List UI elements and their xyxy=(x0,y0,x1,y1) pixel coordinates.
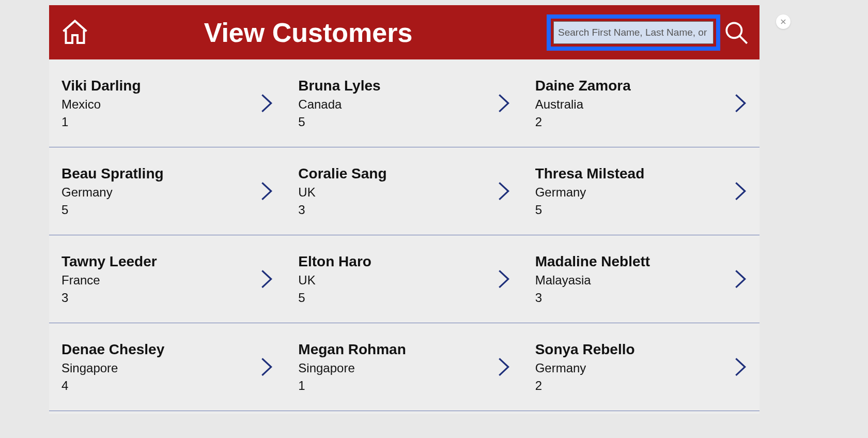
customer-cell[interactable]: Megan RohmanSingapore1 xyxy=(286,323,522,411)
customer-cell[interactable]: Elton HaroUK5 xyxy=(286,235,522,323)
customer-cell-content: Beau SpratlingGermany5 xyxy=(61,165,164,217)
customer-number: 1 xyxy=(298,379,406,393)
customer-name: Viki Darling xyxy=(61,78,141,94)
customer-number: 4 xyxy=(61,379,164,393)
customer-name: Denae Chesley xyxy=(61,341,164,358)
customer-row: Viki DarlingMexico1Bruna LylesCanada5Dai… xyxy=(49,59,760,147)
customer-number: 3 xyxy=(61,291,157,305)
customer-country: Singapore xyxy=(298,361,406,375)
customer-name: Beau Spratling xyxy=(61,165,164,182)
customer-number: 5 xyxy=(298,291,371,305)
customer-country: France xyxy=(61,273,157,288)
customer-cell[interactable]: Denae ChesleySingapore4 xyxy=(49,323,286,411)
customer-number: 2 xyxy=(535,115,631,129)
customer-name: Coralie Sang xyxy=(298,165,386,182)
search-input[interactable] xyxy=(553,21,714,44)
customer-country: Canada xyxy=(298,97,380,112)
customer-number: 3 xyxy=(535,291,650,305)
chevron-right-icon xyxy=(497,93,510,114)
customer-cell[interactable]: Daine ZamoraAustralia2 xyxy=(523,59,760,147)
customer-cell-content: Tawny LeederFrance3 xyxy=(61,253,157,305)
customer-cell[interactable]: Viki DarlingMexico1 xyxy=(49,59,286,147)
customer-cell[interactable]: Tawny LeederFrance3 xyxy=(49,235,286,323)
customer-name: Madaline Neblett xyxy=(535,253,650,270)
customer-row: Denae ChesleySingapore4Megan RohmanSinga… xyxy=(49,323,760,411)
customer-cell-content: Megan RohmanSingapore1 xyxy=(298,341,406,393)
chevron-right-icon xyxy=(497,268,510,290)
search-highlight xyxy=(547,14,720,51)
customer-cell-content: Bruna LylesCanada5 xyxy=(298,78,380,129)
customer-cell-content: Coralie SangUK3 xyxy=(298,165,386,217)
customer-row: Tawny LeederFrance3Elton HaroUK5Madaline… xyxy=(49,235,760,323)
customer-name: Bruna Lyles xyxy=(298,78,380,94)
customer-country: Germany xyxy=(535,361,635,375)
customer-cell[interactable]: Madaline NeblettMalayasia3 xyxy=(523,235,760,323)
header-bar: View Customers xyxy=(49,5,760,59)
customer-country: Australia xyxy=(535,97,631,112)
customer-country: UK xyxy=(298,185,386,200)
customer-country: Malayasia xyxy=(535,273,650,288)
customer-cell[interactable]: Bruna LylesCanada5 xyxy=(286,59,522,147)
chevron-right-icon xyxy=(260,356,273,378)
chevron-right-icon xyxy=(497,356,510,378)
customer-cell-content: Madaline NeblettMalayasia3 xyxy=(535,253,650,305)
chevron-right-icon xyxy=(734,93,747,114)
customer-country: UK xyxy=(298,273,371,288)
customer-name: Megan Rohman xyxy=(298,341,406,358)
chevron-right-icon xyxy=(734,268,747,290)
close-button[interactable] xyxy=(776,14,791,29)
customer-cell-content: Sonya RebelloGermany2 xyxy=(535,341,635,393)
chevron-right-icon xyxy=(260,93,273,114)
customer-number: 3 xyxy=(298,203,386,217)
customer-name: Tawny Leeder xyxy=(61,253,157,270)
customer-country: Germany xyxy=(535,185,645,200)
search-icon[interactable] xyxy=(723,20,749,46)
customer-country: Singapore xyxy=(61,361,164,375)
customer-cell-content: Elton HaroUK5 xyxy=(298,253,371,305)
chevron-right-icon xyxy=(497,180,510,202)
customer-cell[interactable]: Thresa MilsteadGermany5 xyxy=(523,147,760,235)
customer-number: 5 xyxy=(61,203,164,217)
customer-cell-content: Denae ChesleySingapore4 xyxy=(61,341,164,393)
svg-line-1 xyxy=(739,36,747,43)
customer-cell[interactable]: Coralie SangUK3 xyxy=(286,147,522,235)
chevron-right-icon xyxy=(260,180,273,202)
customer-country: Germany xyxy=(61,185,164,200)
customer-cell-content: Viki DarlingMexico1 xyxy=(61,78,141,129)
search-area xyxy=(547,14,749,51)
chevron-right-icon xyxy=(260,268,273,290)
customer-number: 5 xyxy=(298,115,380,129)
customer-number: 5 xyxy=(535,203,645,217)
chevron-right-icon xyxy=(734,180,747,202)
customer-name: Sonya Rebello xyxy=(535,341,635,358)
customer-number: 1 xyxy=(61,115,141,129)
customer-cell-content: Thresa MilsteadGermany5 xyxy=(535,165,645,217)
customer-list[interactable]: Viki DarlingMexico1Bruna LylesCanada5Dai… xyxy=(49,59,760,414)
app-container: View Customers Viki DarlingMexico1Bruna … xyxy=(49,5,760,414)
customer-name: Thresa Milstead xyxy=(535,165,645,182)
svg-point-0 xyxy=(726,23,741,38)
customer-row: Beau SpratlingGermany5Coralie SangUK3Thr… xyxy=(49,147,760,235)
customer-cell[interactable]: Sonya RebelloGermany2 xyxy=(523,323,760,411)
customer-cell[interactable]: Beau SpratlingGermany5 xyxy=(49,147,286,235)
customer-name: Elton Haro xyxy=(298,253,371,270)
page-title: View Customers xyxy=(70,17,547,48)
chevron-right-icon xyxy=(734,356,747,378)
customer-number: 2 xyxy=(535,379,635,393)
customer-cell-content: Daine ZamoraAustralia2 xyxy=(535,78,631,129)
customer-name: Daine Zamora xyxy=(535,78,631,94)
customer-country: Mexico xyxy=(61,97,141,112)
